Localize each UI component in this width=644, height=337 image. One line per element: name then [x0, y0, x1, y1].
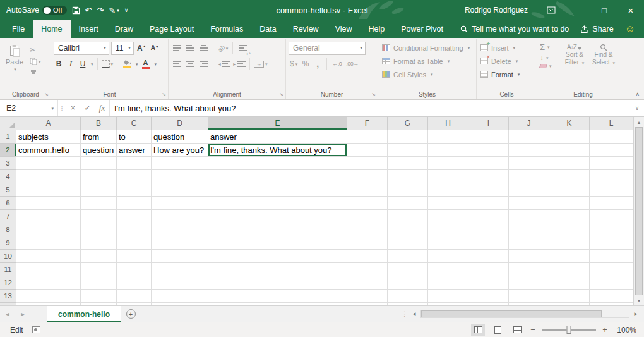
tab-review[interactable]: Review: [285, 20, 327, 38]
expand-formula-bar-icon[interactable]: ∨: [630, 100, 644, 116]
cell-E3[interactable]: [208, 157, 347, 170]
tab-scroll-splitter[interactable]: ⋮: [400, 306, 409, 322]
cell-L13[interactable]: [590, 290, 633, 303]
cell-J11[interactable]: [509, 263, 549, 276]
cell-styles-button[interactable]: Cell Styles▾: [381, 68, 474, 81]
name-box[interactable]: E2▾: [0, 100, 58, 116]
cell-H8[interactable]: [428, 223, 468, 236]
normal-view-button[interactable]: [471, 324, 485, 336]
row-header-12[interactable]: 12: [0, 276, 16, 290]
cell-H2[interactable]: [428, 144, 468, 157]
save-icon[interactable]: [72, 6, 80, 15]
column-header-B[interactable]: B: [81, 117, 117, 130]
cell-C2[interactable]: answer: [117, 144, 152, 157]
cell-D9[interactable]: [152, 236, 208, 250]
column-header-K[interactable]: K: [549, 117, 590, 130]
format-cells-button[interactable]: Format▾: [479, 68, 534, 81]
scroll-right-icon[interactable]: ►: [631, 311, 641, 317]
zoom-slider[interactable]: [542, 325, 596, 335]
row-header-10[interactable]: 10: [0, 250, 16, 263]
cell-F6[interactable]: [347, 197, 388, 210]
cell-I9[interactable]: [468, 236, 509, 250]
pen-icon[interactable]: ✎▾: [109, 6, 119, 15]
cell-I7[interactable]: [468, 210, 509, 223]
cell-G7[interactable]: [388, 210, 428, 223]
cell-C6[interactable]: [117, 197, 152, 210]
cell-J5[interactable]: [509, 183, 549, 197]
cell-I6[interactable]: [468, 197, 509, 210]
cell-L1[interactable]: [590, 130, 633, 144]
row-header-13[interactable]: 13: [0, 290, 16, 303]
cell-E1[interactable]: answer: [208, 130, 347, 144]
cell-A2[interactable]: common.hello: [16, 144, 81, 157]
tab-home[interactable]: Home: [33, 20, 70, 38]
cell-C9[interactable]: [117, 236, 152, 250]
cell-A7[interactable]: [16, 210, 81, 223]
align-left-button[interactable]: [171, 58, 182, 70]
underline-button[interactable]: U: [78, 58, 88, 70]
column-header-A[interactable]: A: [16, 117, 81, 130]
column-header-G[interactable]: G: [388, 117, 428, 130]
cell-F4[interactable]: [347, 170, 388, 183]
cell-D5[interactable]: [152, 183, 208, 197]
cell-B2[interactable]: question: [81, 144, 117, 157]
zoom-level[interactable]: 100%: [614, 326, 636, 334]
cell-I1[interactable]: [468, 130, 509, 144]
align-middle-button[interactable]: [184, 42, 196, 54]
cell-A5[interactable]: [16, 183, 81, 197]
clipboard-dialog-launcher-icon[interactable]: ↘: [44, 92, 49, 97]
cell-G4[interactable]: [388, 170, 428, 183]
align-bottom-button[interactable]: [198, 42, 209, 54]
increase-decimal-button[interactable]: ←.0: [331, 58, 343, 70]
customize-qat-icon[interactable]: ∨: [124, 8, 129, 13]
cell-B7[interactable]: [81, 210, 117, 223]
cell-F8[interactable]: [347, 223, 388, 236]
cell-G1[interactable]: [388, 130, 428, 144]
cell-F1[interactable]: [347, 130, 388, 144]
cell-L6[interactable]: [590, 197, 633, 210]
zoom-in-button[interactable]: +: [602, 326, 608, 334]
cell-L10[interactable]: [590, 250, 633, 263]
align-right-button[interactable]: [198, 58, 209, 70]
cell-D11[interactable]: [152, 263, 208, 276]
cell-B9[interactable]: [81, 236, 117, 250]
cell-E4[interactable]: [208, 170, 347, 183]
cell-K7[interactable]: [549, 210, 590, 223]
cell-J7[interactable]: [509, 210, 549, 223]
cell-H12[interactable]: [428, 276, 468, 290]
number-dialog-launcher-icon[interactable]: ↘: [371, 92, 376, 97]
cell-E7[interactable]: [208, 210, 347, 223]
cell-H9[interactable]: [428, 236, 468, 250]
cell-E11[interactable]: [208, 263, 347, 276]
decrease-font-size-button[interactable]: A▼: [150, 45, 160, 51]
cell-G6[interactable]: [388, 197, 428, 210]
merge-center-button[interactable]: ↔▾: [254, 58, 268, 70]
collapse-ribbon-icon[interactable]: ∧: [635, 91, 640, 97]
row-header-3[interactable]: 3: [0, 157, 16, 170]
cell-K4[interactable]: [549, 170, 590, 183]
macro-record-icon[interactable]: [32, 326, 40, 333]
cell-G8[interactable]: [388, 223, 428, 236]
cell-K10[interactable]: [549, 250, 590, 263]
conditional-formatting-button[interactable]: Conditional Formatting▾: [381, 41, 474, 54]
cell-D3[interactable]: [152, 157, 208, 170]
row-header-4[interactable]: 4: [0, 170, 16, 183]
horizontal-scroll-thumb[interactable]: [421, 310, 602, 317]
clear-button[interactable]: ▾: [540, 64, 559, 68]
cell-J10[interactable]: [509, 250, 549, 263]
zoom-out-button[interactable]: −: [530, 326, 536, 334]
format-as-table-button[interactable]: Format as Table▾: [381, 54, 474, 68]
cell-F5[interactable]: [347, 183, 388, 197]
orientation-button[interactable]: ab▾: [217, 42, 229, 54]
cell-H7[interactable]: [428, 210, 468, 223]
autosave-toggle[interactable]: AutoSave Off: [6, 6, 67, 15]
cell-I5[interactable]: [468, 183, 509, 197]
cell-C3[interactable]: [117, 157, 152, 170]
column-header-D[interactable]: D: [152, 117, 208, 130]
comma-format-button[interactable]: ,: [313, 58, 323, 70]
increase-font-size-button[interactable]: A▲: [136, 44, 148, 52]
cell-A11[interactable]: [16, 263, 81, 276]
cell-H1[interactable]: [428, 130, 468, 144]
tab-page-layout[interactable]: Page Layout: [141, 20, 202, 38]
cell-H10[interactable]: [428, 250, 468, 263]
